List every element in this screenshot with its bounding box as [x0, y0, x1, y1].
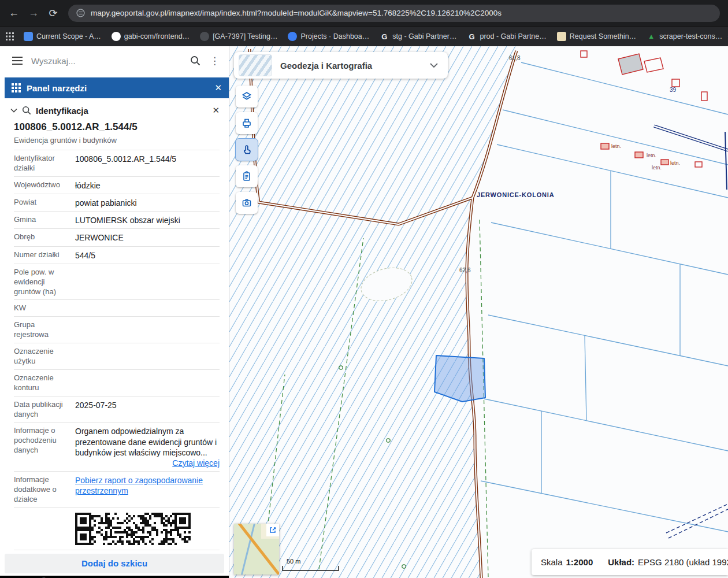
row-label: KW — [14, 303, 75, 313]
row-label: Gmina — [14, 215, 75, 225]
navy-lines — [654, 126, 728, 538]
row-label: Powiat — [14, 198, 75, 208]
elevation-label: 62,6 — [459, 267, 471, 273]
bookmark-item[interactable]: ▲scraper-test-cons… — [641, 29, 727, 43]
identify-icon — [22, 106, 31, 115]
watermark-bar: otodom — [0, 576, 229, 578]
row-link[interactable]: Czytaj więcej — [75, 458, 220, 468]
forward-button[interactable]: → — [25, 5, 42, 21]
table-row: Informacje dodatkowe o działcePobierz ra… — [14, 472, 220, 508]
bookmarks-list: Current Scope - A…gabi-com/frontend…[GA-… — [18, 29, 727, 43]
bookmark-item[interactable]: [GA-7397] Testing… — [195, 29, 283, 43]
bookmark-label: prod - Gabi Partne… — [480, 32, 546, 40]
table-row: ObrębJERWONICE — [14, 229, 220, 246]
geoportal-logo — [239, 54, 272, 76]
identification-title: Identyfikacja — [36, 106, 88, 116]
bookmark-item[interactable]: Request Somethin… — [552, 29, 641, 43]
g-letter-favicon: G — [467, 32, 476, 41]
table-row: Data publikacji danych2025-07-25 — [14, 397, 220, 423]
qr-row — [14, 508, 220, 550]
blue-circle-favicon — [288, 32, 297, 41]
identification-close-icon[interactable]: ✕ — [212, 105, 220, 116]
chevron-down-icon[interactable] — [10, 108, 17, 113]
scale-bar-label: 50 m — [287, 558, 340, 565]
scale-label: Skala — [541, 557, 563, 567]
letn-label: letn. — [611, 143, 621, 149]
mini-map-river — [240, 524, 257, 575]
service-chevron-down-icon[interactable] — [429, 62, 439, 68]
parcel-boundary-lines — [481, 62, 728, 532]
green-tree-favicon: ▲ — [647, 32, 656, 41]
row-value: 100806_5.0012.AR_1.544/5 — [75, 154, 220, 173]
hamburger-menu-icon[interactable] — [12, 56, 23, 65]
table-row: Numer działki544/5 — [14, 247, 220, 264]
map-area: JERWONICE-KOLONIA 62,6 61,8 39 letn. let… — [229, 46, 728, 578]
row-value — [75, 268, 220, 297]
bookmark-item[interactable]: gabi-com/frontend… — [106, 29, 195, 43]
row-label: Numer działki — [14, 250, 75, 261]
map-status-bar: Skala 1:2000 Układ: EPSG 2180 (układ 199… — [532, 549, 728, 575]
building-number-label: 39 — [670, 87, 677, 93]
row-value — [75, 373, 220, 393]
table-row: KW — [14, 300, 220, 317]
row-label: Pole pow. w ewidencji gruntów (ha) — [14, 268, 75, 297]
browser-toolbar: ← → ⟳ mapy.geoportal.gov.pl/imapnext/ima… — [0, 0, 728, 26]
bookmark-label: Current Scope - A… — [36, 32, 101, 40]
blue-square-favicon — [24, 32, 33, 41]
identify-tool-button[interactable] — [236, 139, 258, 161]
selected-parcel-polygon[interactable] — [434, 355, 485, 402]
elevation-label: 61,8 — [509, 55, 521, 61]
row-label: Identyfikator działki — [14, 154, 75, 173]
row-value: 2025-07-25 — [75, 400, 220, 420]
row-value: powiat pabianicki — [75, 198, 220, 208]
cadastral-map[interactable]: JERWONICE-KOLONIA 62,6 61,8 39 letn. let… — [229, 46, 728, 578]
row-label: Data publikacji danych — [14, 400, 75, 420]
table-row: Oznaczenie użytku — [14, 343, 220, 370]
bookmark-item[interactable]: Gprod - Gabi Partne… — [462, 29, 551, 43]
apps-grid-icon[interactable] — [6, 32, 14, 40]
bookmark-label: gabi-com/frontend… — [124, 32, 190, 40]
site-info-icon[interactable] — [76, 9, 85, 17]
bookmarks-bar: Current Scope - A…gabi-com/frontend…[GA-… — [0, 26, 728, 46]
row-value — [75, 320, 220, 340]
overview-mini-map[interactable] — [234, 524, 279, 575]
back-button[interactable]: ← — [6, 5, 22, 21]
table-row: GminaLUTOMIERSK obszar wiejski — [14, 212, 220, 229]
add-to-sketch-button[interactable]: Dodaj do szkicu — [5, 554, 224, 573]
expand-overview-button[interactable] — [266, 524, 279, 536]
grid-icon — [12, 83, 21, 92]
search-input[interactable] — [31, 56, 182, 66]
more-options-icon[interactable]: ⋮ — [209, 55, 221, 67]
table-row: Powiatpowiat pabianicki — [14, 194, 220, 212]
url-bar[interactable]: mapy.geoportal.gov.pl/imapnext/imap/inde… — [68, 5, 720, 22]
map-service-title: Geodezja i Kartografia — [280, 61, 372, 71]
table-row: Identyfikator działki100806_5.0012.AR_1.… — [14, 150, 220, 177]
row-value: łódzkie — [75, 180, 220, 191]
tools-panel-header: Panel narzędzi ✕ — [5, 77, 229, 98]
layers-button[interactable] — [236, 86, 258, 108]
screenshot-button[interactable] — [236, 192, 258, 214]
hatch-area — [229, 46, 517, 578]
letn-label: letn. — [652, 165, 662, 171]
search-icon[interactable] — [190, 55, 200, 66]
row-value: Organem odpowiedzialnym za prezentowane … — [75, 426, 220, 468]
row-value — [75, 303, 220, 313]
bookmark-item[interactable]: Current Scope - A… — [18, 29, 106, 43]
row-value — [75, 347, 220, 366]
report-button[interactable] — [236, 165, 258, 187]
tools-close-icon[interactable]: ✕ — [214, 83, 222, 93]
print-button[interactable] — [236, 112, 258, 134]
row-label: Oznaczenie konturu — [14, 373, 75, 393]
row-link[interactable]: Pobierz raport o zagospodarowanie przest… — [75, 475, 220, 496]
github-favicon — [112, 32, 121, 41]
bookmark-item[interactable]: Projects · Dashboa… — [283, 29, 374, 43]
bookmark-item[interactable]: Gstg - Gabi Partner… — [374, 29, 462, 43]
scale-bar: 50 m — [282, 558, 340, 572]
reload-button[interactable]: ⟳ — [45, 5, 61, 21]
letn-label: letn. — [670, 160, 680, 166]
url-text: mapy.geoportal.gov.pl/imapnext/imap/inde… — [91, 9, 502, 17]
table-row: Grupa rejestrowa — [14, 317, 220, 343]
place-label: JERWONICE-KOLONIA — [477, 191, 554, 198]
map-service-header: Geodezja i Kartografia — [234, 52, 448, 79]
row-label: Informacje o pochodzeniu danych — [14, 426, 75, 468]
